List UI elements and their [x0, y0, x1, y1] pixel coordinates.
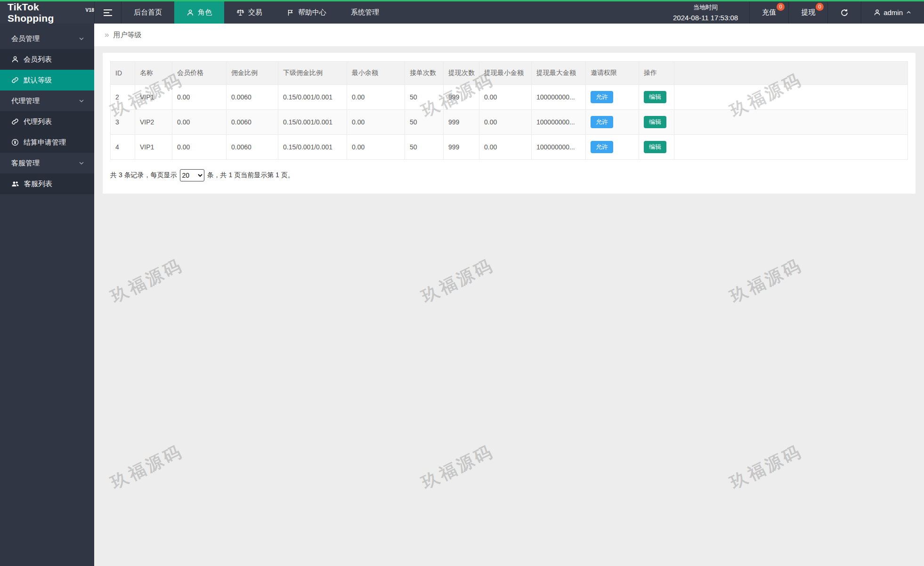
column-header-sub-rate: 下级佣金比例 — [278, 62, 347, 85]
cell-sub-rate: 0.15/0.001/0.001 — [278, 110, 347, 135]
chevron-down-icon — [78, 35, 85, 42]
invite-permission-button[interactable]: 允许 — [591, 141, 613, 154]
admin-page: TikTok Shopping V18 后台首页 — [0, 0, 924, 566]
sidebar-submenu-agent: 代理列表 结算申请管理 — [0, 111, 94, 153]
main-content: » 用户等级 ID 名称 会员价格 佣金比例 下级佣金比例 最小余 — [94, 24, 924, 566]
recharge-label: 充值 — [762, 8, 776, 17]
cell-price: 0.00 — [172, 110, 227, 135]
flag-icon — [287, 9, 294, 16]
sidebar-submenu-service: 客服列表 — [0, 173, 94, 194]
cell-id: 4 — [111, 135, 135, 160]
refresh-icon — [840, 8, 849, 17]
sidebar-group-agent-management[interactable]: 代理管理 — [0, 90, 94, 111]
cell-withdraw-min: 0.00 — [479, 135, 532, 160]
hamburger-icon — [104, 8, 112, 18]
sidebar: 会员管理 会员列表 默 — [0, 24, 94, 566]
cell-withdraw-count: 999 — [444, 85, 479, 110]
cell-rate: 0.0060 — [227, 110, 278, 135]
column-header-withdraw-count: 提现次数 — [444, 62, 479, 85]
admin-username: admin — [883, 8, 903, 16]
edit-button[interactable]: 编辑 — [644, 91, 666, 104]
cell-name: VIP2 — [135, 110, 172, 135]
cell-rate: 0.0060 — [227, 135, 278, 160]
nav-item-label: 帮助中心 — [298, 8, 326, 17]
app-logo: TikTok Shopping V18 — [0, 1, 94, 24]
sidebar-group-member-management[interactable]: 会员管理 — [0, 28, 94, 49]
watermark: 玖福源码 — [107, 254, 187, 309]
withdraw-button[interactable]: 提现 0 — [788, 1, 827, 24]
table-row: 2 VIP1 0.00 0.0060 0.15/0.001/0.001 0.00… — [111, 85, 908, 110]
pagination: 共 3 条记录，每页显示 20 条，共 1 页当前显示第 1 页。 — [110, 169, 908, 181]
sidebar-item-label: 默认等级 — [24, 76, 52, 85]
cell-order-count: 50 — [405, 85, 444, 110]
column-header-order-count: 接单次数 — [405, 62, 444, 85]
cell-name: VIP1 — [135, 85, 172, 110]
cell-order-count: 50 — [405, 110, 444, 135]
sidebar-group-service-management[interactable]: 客服管理 — [0, 153, 94, 173]
nav-item-roles[interactable]: 角色 — [174, 1, 224, 24]
edit-button[interactable]: 编辑 — [644, 141, 666, 154]
recharge-button[interactable]: 充值 0 — [749, 1, 788, 24]
cell-empty — [674, 110, 908, 135]
nav-item-system[interactable]: 系统管理 — [339, 1, 391, 24]
app-logo-version: V18 — [86, 8, 94, 13]
nav-item-help-center[interactable]: 帮助中心 — [275, 1, 339, 24]
sidebar-group-label: 代理管理 — [11, 97, 40, 106]
invite-permission-button[interactable]: 允许 — [591, 116, 613, 129]
sidebar-item-member-list[interactable]: 会员列表 — [0, 49, 94, 70]
sidebar-item-label: 客服列表 — [24, 180, 52, 189]
top-accent-line — [0, 0, 924, 1]
sidebar-item-default-level[interactable]: 默认等级 — [0, 70, 94, 90]
edit-button[interactable]: 编辑 — [644, 116, 666, 129]
recharge-badge: 0 — [777, 3, 785, 11]
withdraw-badge: 0 — [816, 3, 824, 11]
table-header-row: ID 名称 会员价格 佣金比例 下级佣金比例 最小余额 接单次数 提现次数 提现… — [111, 62, 908, 85]
sidebar-item-settlement-management[interactable]: 结算申请管理 — [0, 132, 94, 153]
withdraw-label: 提现 — [801, 8, 815, 17]
cell-id: 3 — [111, 110, 135, 135]
nav-item-label: 后台首页 — [134, 8, 162, 17]
cell-withdraw-count: 999 — [444, 135, 479, 160]
column-header-empty — [674, 62, 908, 85]
column-header-price: 会员价格 — [172, 62, 227, 85]
cell-rate: 0.0060 — [227, 85, 278, 110]
cell-sub-rate: 0.15/0.001/0.001 — [278, 85, 347, 110]
person-icon — [11, 56, 19, 63]
nav-item-trade[interactable]: 交易 — [224, 1, 275, 24]
sidebar-toggle-button[interactable] — [94, 1, 122, 24]
cell-withdraw-count: 999 — [444, 110, 479, 135]
local-time-value: 2024-08-11 17:53:08 — [673, 14, 738, 22]
nav-item-dashboard[interactable]: 后台首页 — [122, 1, 174, 24]
link-icon — [11, 118, 19, 125]
chevron-up-icon — [906, 9, 912, 16]
top-bar: TikTok Shopping V18 后台首页 — [0, 0, 924, 24]
invite-permission-button[interactable]: 允许 — [591, 91, 613, 104]
breadcrumb: » 用户等级 — [94, 24, 924, 46]
cell-price: 0.00 — [172, 85, 227, 110]
watermark: 玖福源码 — [418, 254, 498, 309]
user-level-table: ID 名称 会员价格 佣金比例 下级佣金比例 最小余额 接单次数 提现次数 提现… — [110, 61, 908, 160]
sidebar-item-service-list[interactable]: 客服列表 — [0, 173, 94, 194]
admin-user-menu[interactable]: admin — [861, 1, 924, 24]
cell-price: 0.00 — [172, 135, 227, 160]
column-header-rate: 佣金比例 — [227, 62, 278, 85]
sidebar-item-agent-list[interactable]: 代理列表 — [0, 111, 94, 132]
sidebar-item-label: 结算申请管理 — [24, 138, 66, 147]
sidebar-item-label: 会员列表 — [24, 55, 52, 64]
refresh-button[interactable] — [827, 1, 861, 24]
cell-withdraw-max: 100000000... — [532, 135, 586, 160]
cell-withdraw-min: 0.00 — [479, 110, 532, 135]
top-bar-right: 当地时间 2024-08-11 17:53:08 充值 0 提现 0 — [662, 1, 924, 24]
cell-min-balance: 0.00 — [347, 135, 405, 160]
cell-min-balance: 0.00 — [347, 110, 405, 135]
page-size-select[interactable]: 20 — [180, 169, 204, 181]
column-header-withdraw-max: 提现最大金额 — [532, 62, 586, 85]
cell-sub-rate: 0.15/0.001/0.001 — [278, 135, 347, 160]
yen-circle-icon — [11, 139, 19, 146]
watermark: 玖福源码 — [418, 440, 498, 495]
cell-empty — [674, 85, 908, 110]
chevron-down-icon — [78, 160, 85, 166]
column-header-name: 名称 — [135, 62, 172, 85]
local-time-label: 当地时间 — [693, 3, 718, 12]
double-chevron-icon: » — [105, 30, 109, 40]
